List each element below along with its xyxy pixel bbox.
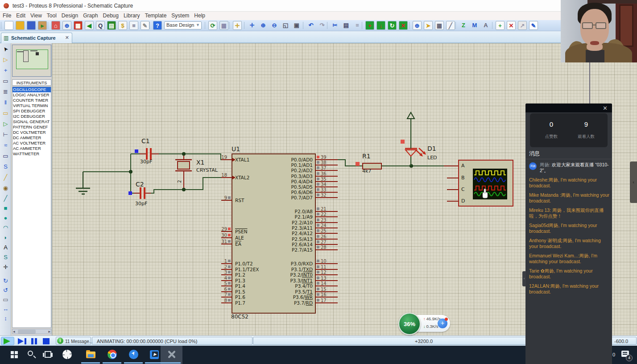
2d-path-icon[interactable]: ◗ — [0, 233, 11, 242]
source-code-icon[interactable]: ▤ — [107, 21, 116, 30]
video-app-icon[interactable] — [147, 347, 161, 362]
search-icon[interactable] — [24, 347, 38, 362]
close-project-icon[interactable]: ▸ — [38, 21, 47, 30]
step-button-bar[interactable] — [25, 338, 26, 344]
message-count[interactable]: 11 Message... — [65, 339, 93, 344]
text-script-mode-icon[interactable]: ≣ — [0, 87, 11, 96]
panel-scrollbar[interactable]: ◂ ▸ — [12, 329, 51, 334]
bill-of-materials-icon[interactable]: $ — [118, 21, 127, 30]
instrument-item[interactable]: AC AMMETER — [12, 146, 51, 151]
goto-sheet-icon[interactable]: ↗ — [518, 21, 527, 30]
stop-button[interactable] — [43, 338, 50, 344]
help-icon[interactable]: ? — [153, 21, 162, 30]
play-button[interactable] — [4, 338, 10, 344]
current-probe-mode-icon[interactable]: ◉ — [0, 184, 11, 193]
run-simulation-icon[interactable]: ◀ — [85, 21, 94, 30]
component-mode-icon[interactable]: ▷ — [0, 55, 11, 64]
scroll-thumb[interactable] — [18, 330, 36, 334]
instrument-item[interactable]: I2C DEBUGGER — [12, 114, 51, 119]
task-view-icon[interactable] — [41, 347, 55, 362]
pause-button[interactable] — [31, 338, 33, 344]
property-assignment-icon[interactable]: A — [481, 21, 490, 30]
instrument-item[interactable]: SIGNAL GENERAT — [12, 119, 51, 124]
start-icon[interactable] — [7, 347, 21, 362]
instrument-item[interactable]: DC AMMETER — [12, 135, 51, 141]
zoom-all-icon[interactable]: ▣ — [292, 21, 301, 30]
pointer-app-icon[interactable] — [126, 347, 141, 362]
graph-mode-icon[interactable]: ≈ — [0, 141, 11, 150]
info-icon[interactable]: i — [57, 338, 63, 344]
packaging-tool-icon[interactable]: ▦ — [435, 21, 444, 30]
undo-icon[interactable]: ↶ — [306, 21, 315, 30]
instrument-item[interactable]: COUNTER TIMER — [12, 98, 51, 103]
zoom-out-icon[interactable]: ⊖ — [270, 21, 279, 30]
wire-label-mode-icon[interactable]: ▭ — [0, 77, 11, 86]
library-browse-icon[interactable]: Q — [96, 21, 105, 30]
generator-mode-icon[interactable]: S — [0, 162, 11, 171]
chat-close-icon[interactable]: ✕ — [603, 105, 608, 112]
delete-block-icon[interactable]: ✕ — [399, 21, 408, 30]
rotate-anticlockwise-icon[interactable]: ↺ — [0, 286, 11, 295]
instrument-item[interactable]: DC VOLTMETER — [12, 130, 51, 135]
copy-block-icon[interactable]: + — [365, 21, 374, 30]
instrument-item[interactable]: LOGIC ANALYSER — [12, 92, 51, 98]
design-explorer-icon[interactable]: ✎ — [141, 21, 149, 30]
menu-graph[interactable]: Graph — [80, 12, 100, 19]
paste-icon[interactable]: ≡ — [353, 21, 362, 30]
menu-file[interactable]: File — [0, 12, 13, 19]
save-project-icon[interactable] — [27, 21, 36, 30]
pick-parts-icon[interactable]: ⊕ — [413, 21, 422, 30]
zoom-area-icon[interactable]: ◱ — [281, 21, 290, 30]
2d-text-icon[interactable]: A — [0, 243, 11, 252]
menu-help[interactable]: Help — [191, 12, 207, 19]
side-panel-handle[interactable]: ‹ — [630, 161, 637, 203]
tab-close-icon[interactable]: ✕ — [65, 35, 69, 41]
pcb-layout-icon[interactable]: ▦ — [74, 21, 83, 30]
menu-tool[interactable]: Tool — [44, 12, 59, 19]
device-pins-mode-icon[interactable]: ⊢ — [0, 130, 11, 139]
junction-dot-mode-icon[interactable]: + — [0, 66, 11, 75]
make-device-icon[interactable]: ➤ — [424, 21, 433, 30]
instrument-item[interactable]: AC VOLTMETER — [12, 141, 51, 146]
toggle-grid-icon[interactable]: ▦ — [219, 21, 228, 30]
2d-arc-icon[interactable]: ◠ — [0, 223, 11, 232]
proteus-icon[interactable] — [164, 347, 178, 362]
cut-icon[interactable]: ✂ — [331, 21, 339, 30]
menu-library[interactable]: Library — [121, 12, 142, 19]
tab-schematic-capture[interactable]: ▥ Schematic Capture ✕ — [1, 33, 72, 43]
new-sheet-icon[interactable]: + — [496, 21, 505, 30]
step-button[interactable] — [18, 338, 24, 344]
menu-debug[interactable]: Debug — [100, 12, 121, 19]
rotate-clockwise-icon[interactable]: ↻ — [0, 277, 11, 285]
redo-icon[interactable]: ↷ — [318, 21, 327, 30]
2d-markers-icon[interactable]: ✛ — [0, 263, 11, 272]
overview-window[interactable] — [12, 45, 51, 77]
file-explorer-icon[interactable] — [83, 347, 98, 362]
design-selector-dropdown[interactable]: Base Design▼ — [164, 21, 202, 29]
instrument-item[interactable]: VIRTUAL TERMIN — [12, 103, 51, 108]
voltage-probe-mode-icon[interactable]: ╱ — [0, 173, 11, 182]
pinwheel-app-icon[interactable] — [60, 347, 74, 362]
chrome-icon[interactable] — [105, 347, 119, 362]
new-document-icon[interactable] — [4, 21, 13, 30]
buses-mode-icon[interactable]: ‖ — [0, 98, 11, 107]
instrument-item[interactable]: SPI DEBUGGER — [12, 108, 51, 114]
2d-line-icon[interactable]: ╱ — [0, 194, 11, 203]
2d-circle-icon[interactable]: ● — [0, 214, 11, 223]
rotate-block-icon[interactable]: ↻ — [388, 21, 397, 30]
copy-icon[interactable]: ▤ — [342, 21, 351, 30]
rotation-angle-icon[interactable]: ▭ — [0, 295, 11, 304]
design-notes-icon[interactable]: ✎ — [529, 21, 538, 30]
zoom-in-icon[interactable]: ⊕ — [259, 21, 268, 30]
mirror-x-icon[interactable]: ↔ — [0, 305, 11, 314]
2d-symbol-icon[interactable]: S — [0, 253, 11, 262]
scroll-right-icon[interactable]: ▸ — [48, 329, 50, 334]
false-origin-icon[interactable]: ✛ — [233, 21, 242, 30]
instrument-item[interactable]: OSCILLOSCOPE — [12, 87, 51, 92]
electrical-rule-check-icon[interactable]: ≡ — [129, 21, 138, 30]
network-speed-widget[interactable]: 46.9K/s 0.3K/s + 36% — [398, 313, 452, 335]
pan-icon[interactable]: ✛ — [248, 21, 256, 30]
menu-edit[interactable]: Edit — [13, 12, 28, 19]
terminals-mode-icon[interactable]: ▷ — [0, 120, 11, 128]
instrument-item[interactable]: WATTMETER — [12, 151, 51, 157]
